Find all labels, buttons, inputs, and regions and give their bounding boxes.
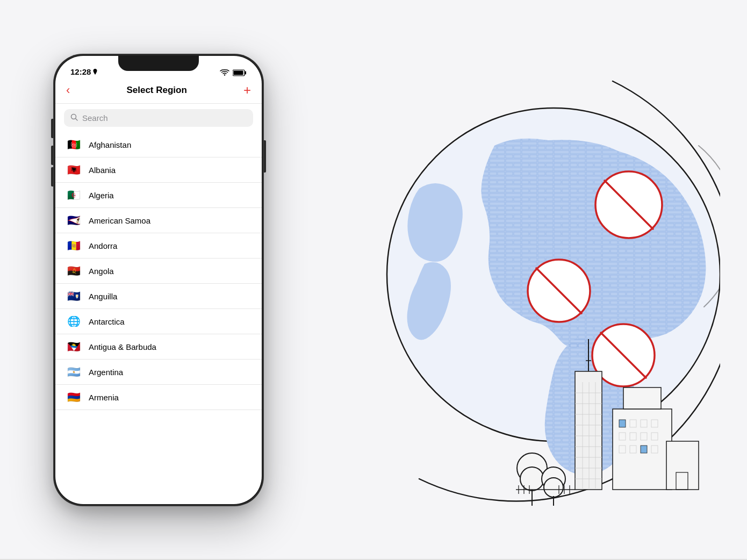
page-title: Select Region [126,85,186,96]
search-container: Search [55,104,262,132]
list-item[interactable]: 🇦🇴Angola [55,259,262,284]
list-item[interactable]: 🇩🇿Algeria [55,183,262,208]
country-name: Armenia [89,393,119,402]
search-placeholder: Search [82,113,108,123]
search-icon [70,113,78,123]
country-flag: 🇦🇮 [66,291,81,301]
country-flag: 🇦🇩 [66,240,81,251]
country-flag: 🌐 [66,316,81,327]
svg-rect-40 [641,446,647,453]
country-name: Antarctica [89,317,125,326]
country-name: Andorra [89,241,117,250]
svg-point-48 [544,478,563,497]
country-name: Afghanistan [89,140,131,149]
background-illustration [312,38,720,522]
country-name: American Samoa [89,216,150,225]
scene: 12:28 [0,0,747,560]
country-name: Anguilla [89,292,117,301]
svg-rect-42 [666,441,699,490]
country-flag: 🇦🇫 [66,139,81,150]
country-flag: 🇦🇬 [66,341,81,352]
country-flag: 🇦🇲 [66,392,81,403]
svg-rect-58 [245,71,247,75]
phone-content: 12:28 [55,56,262,504]
status-icons [220,69,247,76]
list-item[interactable]: 🇦🇱Albania [55,157,262,183]
status-time: 12:28 [70,67,98,76]
list-item[interactable]: 🇦🇸American Samoa [55,208,262,233]
country-name: Algeria [89,191,114,200]
country-flag: 🇦🇴 [66,265,81,276]
country-name: Albania [89,166,116,175]
country-list: 🇦🇫Afghanistan🇦🇱Albania🇩🇿Algeria🇦🇸America… [55,132,262,504]
back-button[interactable]: ‹ [66,84,70,96]
country-flag: 🇩🇿 [66,190,81,200]
country-flag: 🇦🇷 [66,367,81,377]
list-item[interactable]: 🇦🇬Antigua & Barbuda [55,334,262,360]
location-icon [92,69,98,75]
svg-rect-59 [234,71,243,75]
country-flag: 🇦🇱 [66,164,81,175]
nav-bar: ‹ Select Region + [55,80,262,104]
phone-notch [118,56,199,71]
svg-rect-29 [623,387,661,409]
list-item[interactable]: 🌐Antarctica [55,309,262,334]
list-item[interactable]: 🇦🇮Anguilla [55,284,262,309]
search-bar[interactable]: Search [64,109,253,127]
list-item[interactable]: 🇦🇷Argentina [55,360,262,385]
wifi-icon [220,69,229,76]
svg-rect-30 [619,420,626,427]
svg-rect-13 [575,371,602,490]
time-display: 12:28 [70,67,91,76]
country-name: Angola [89,267,114,276]
svg-line-61 [76,119,78,121]
phone: 12:28 [54,54,263,506]
list-item[interactable]: 🇦🇲Armenia [55,385,262,410]
country-name: Argentina [89,368,123,377]
add-button[interactable]: + [243,84,251,97]
battery-icon [233,69,247,76]
country-name: Antigua & Barbuda [89,342,156,351]
list-item[interactable]: 🇦🇫Afghanistan [55,132,262,157]
country-flag: 🇦🇸 [66,215,81,226]
list-item[interactable]: 🇦🇩Andorra [55,233,262,259]
